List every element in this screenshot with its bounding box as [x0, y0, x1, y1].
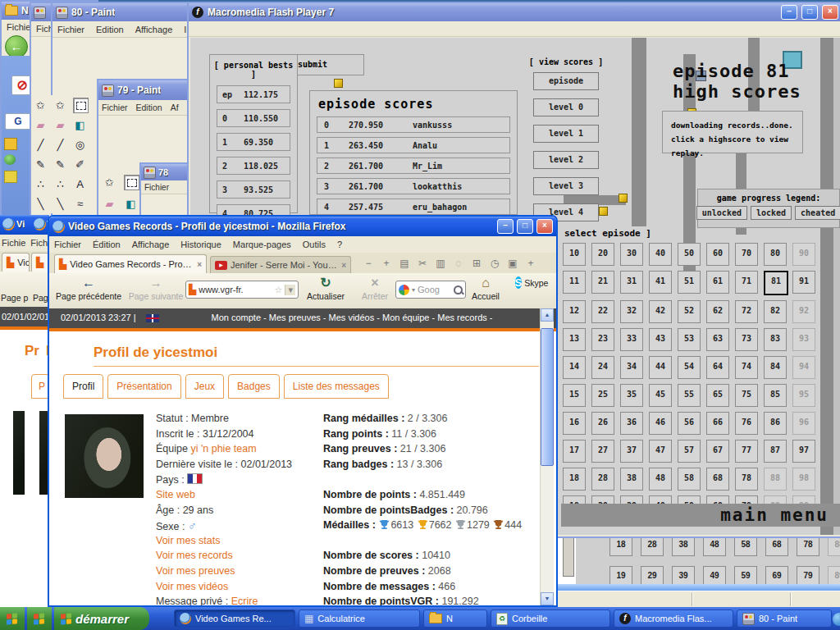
episode-cell[interactable]: 94: [792, 356, 815, 379]
menu-item[interactable]: ?: [332, 238, 347, 251]
scrollbar-thumb[interactable]: [541, 328, 554, 466]
episode-cell[interactable]: 78: [735, 468, 758, 491]
menu-item[interactable]: Fichier: [49, 238, 86, 251]
firefox-behind-titlebar[interactable]: Vi V: [0, 215, 49, 235]
menu-item[interactable]: Outils: [298, 238, 331, 251]
preuves-link[interactable]: Voir mes preuves: [156, 565, 235, 577]
episode-cell[interactable]: 21: [591, 271, 614, 294]
personal-best-row[interactable]: 0110.550: [217, 109, 290, 127]
episode-cell[interactable]: 40: [649, 243, 672, 266]
episode-cell[interactable]: 93: [792, 328, 815, 351]
episode-cell[interactable]: 56: [678, 412, 701, 435]
episode-cell[interactable]: 61: [706, 271, 729, 294]
curve[interactable]: ≈: [73, 196, 87, 210]
zoom-out-icon[interactable]: −: [361, 258, 376, 269]
eyedropper[interactable]: ╱: [53, 137, 67, 151]
episode-cell[interactable]: 28: [591, 468, 614, 491]
add-tab-icon[interactable]: +: [523, 258, 538, 269]
episode-cell[interactable]: 37: [620, 440, 643, 463]
profile-tab[interactable]: Badges: [228, 374, 280, 399]
episode-cell[interactable]: 50: [678, 243, 701, 266]
episode-cell[interactable]: 54: [678, 356, 701, 379]
episode-cell[interactable]: 87: [764, 440, 787, 463]
episode-cell[interactable]: 70: [735, 243, 758, 266]
episode-cell[interactable]: 44: [649, 356, 672, 379]
tab-fragment[interactable]: ▙: [31, 253, 49, 272]
back-button[interactable]: ← Page précédente: [51, 275, 126, 308]
airbrush[interactable]: ∴: [53, 176, 67, 190]
episode-cell[interactable]: 73: [735, 328, 758, 351]
line[interactable]: ╲: [34, 196, 48, 210]
menu-item[interactable]: Affichage: [127, 238, 175, 251]
highscore-row[interactable]: 2 261.700 Mr_Lim: [317, 158, 510, 174]
scroll-down-icon[interactable]: ▼: [541, 592, 554, 605]
uk-flag-icon[interactable]: [146, 314, 159, 322]
skype-button[interactable]: S Skype: [509, 275, 555, 308]
print-icon[interactable]: ▣: [505, 258, 520, 269]
episode-cell[interactable]: 51: [678, 271, 701, 294]
select[interactable]: ▫: [124, 175, 139, 190]
episode-cell[interactable]: 92: [792, 300, 815, 323]
episode-cell[interactable]: 38: [620, 468, 643, 491]
episode-cell[interactable]: 71: [735, 271, 758, 294]
minimize-button[interactable]: –: [497, 219, 514, 234]
start-button[interactable]: démarrer: [54, 607, 149, 630]
free-select[interactable]: ✩: [53, 98, 67, 112]
episode-cell[interactable]: 22: [591, 300, 614, 323]
history-icon[interactable]: ◷: [487, 258, 502, 269]
episode-cell[interactable]: 77: [735, 440, 758, 463]
episode-cell[interactable]: 32: [620, 300, 643, 323]
episode-cell[interactable]: 52: [678, 300, 701, 323]
eraser[interactable]: ▰: [34, 117, 48, 131]
tray-icon[interactable]: [833, 613, 840, 626]
episode-cell[interactable]: 86: [764, 412, 787, 435]
stats-link[interactable]: Voir mes stats: [156, 535, 221, 546]
personal-best-row[interactable]: 393.525: [217, 180, 290, 199]
profile-tab[interactable]: Présentation: [107, 374, 180, 399]
episode-cell[interactable]: 79: [797, 566, 819, 584]
episode-cell[interactable]: 63: [706, 328, 729, 351]
start-button-fragment[interactable]: [27, 607, 52, 630]
brush[interactable]: ✐: [73, 157, 87, 171]
profile-tab[interactable]: Jeux: [185, 374, 224, 399]
episode-cell[interactable]: 10: [563, 243, 586, 266]
episode-cell[interactable]: 97: [792, 440, 815, 463]
episode-cell[interactable]: 88: [764, 468, 787, 491]
view-score-button[interactable]: level 0: [533, 98, 599, 116]
episode-cell[interactable]: 11: [563, 271, 586, 294]
eraser[interactable]: ▰: [53, 117, 67, 131]
episode-cell[interactable]: 58: [678, 468, 701, 491]
home-button[interactable]: ⌂ Accueil: [464, 275, 507, 308]
search-icon[interactable]: [454, 285, 463, 294]
menu-item[interactable]: Marque-pages: [228, 238, 296, 251]
episode-cell[interactable]: 59: [734, 566, 757, 584]
episode-cell[interactable]: 65: [706, 384, 729, 407]
episode-cell[interactable]: 90: [792, 243, 815, 266]
episode-cell[interactable]: 19: [609, 566, 632, 584]
file-icon[interactable]: [4, 171, 17, 183]
episode-cell[interactable]: 84: [764, 356, 787, 379]
url-bar[interactable]: ▙ www.vgr-fr. ☆ ▾: [185, 281, 299, 299]
airbrush[interactable]: ∴: [34, 176, 48, 190]
scroll-up-icon[interactable]: ▲: [541, 308, 554, 322]
episode-cell[interactable]: 75: [735, 384, 758, 407]
episode-cell[interactable]: 31: [620, 271, 643, 294]
taskbar-button-calculator[interactable]: ▦ Calculatrice: [299, 609, 420, 628]
episode-cell[interactable]: 64: [706, 356, 729, 379]
free-select[interactable]: ✩: [103, 175, 116, 189]
personal-best-row[interactable]: 169.350: [217, 133, 290, 151]
legend-button[interactable]: locked: [751, 206, 792, 220]
videos-link[interactable]: Voir mes vidéos: [156, 581, 228, 592]
search-input[interactable]: ▾ Goog: [395, 281, 466, 299]
site-nav-links[interactable]: Mon compte - Mes preuves - Mes vidéos - …: [172, 313, 532, 322]
scrollbar-thumb[interactable]: [563, 532, 574, 577]
flash-titlebar[interactable]: f Macromedia Flash Player 7 – □ ×: [189, 3, 840, 21]
taskbar-button-folder[interactable]: N: [423, 609, 487, 628]
new-window-icon[interactable]: ⊞: [469, 258, 484, 269]
select[interactable]: ▫: [73, 98, 89, 113]
episode-cell[interactable]: 76: [735, 412, 758, 435]
highscore-row[interactable]: 3 261.700 lookatthis: [317, 178, 510, 194]
menu-item[interactable]: Affichage: [130, 23, 178, 36]
episode-cell[interactable]: 29: [641, 566, 664, 584]
site-web-link[interactable]: Site web: [156, 489, 195, 500]
